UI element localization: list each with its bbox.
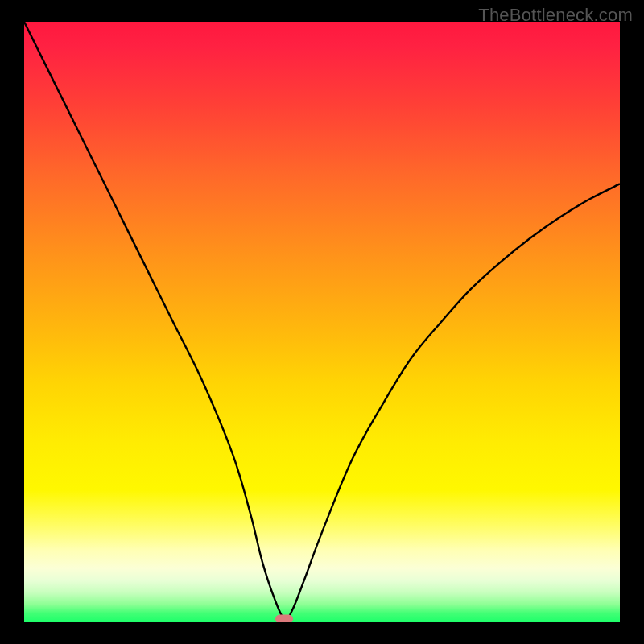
bottleneck-curve: [24, 22, 620, 622]
watermark-label: TheBottleneck.com: [478, 5, 633, 26]
plot-area: [24, 22, 620, 622]
chart-container: TheBottleneck.com: [0, 0, 644, 644]
optimal-point-marker: [275, 615, 293, 622]
